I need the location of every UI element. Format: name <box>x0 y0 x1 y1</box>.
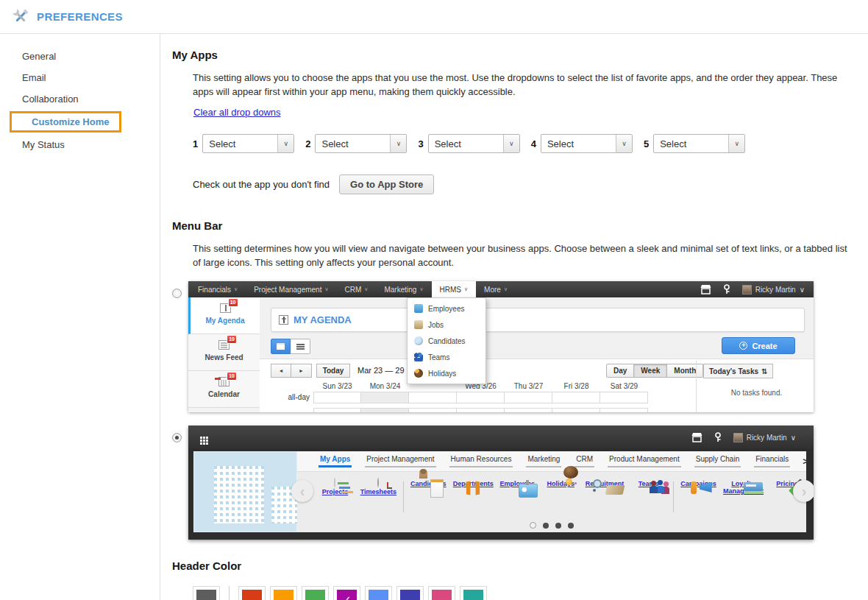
menu-item-hrms: HRMS∨ <box>432 281 477 297</box>
building-graphic <box>212 464 266 526</box>
preview-bar-right: Ricky Martin ∨ <box>700 284 814 294</box>
icon-tabs-style-preview[interactable]: Ricky Martin ∨ ‹ › <box>188 426 814 540</box>
preview-menu-bar: Financials∨ Project Management∨ CRM∨ Mar… <box>188 281 814 297</box>
key-icon <box>722 284 731 294</box>
hrms-menu-jobs: Jobs <box>408 317 485 333</box>
week-view-button: Week <box>634 364 667 378</box>
carousel-dot <box>568 523 574 529</box>
tab-my-apps: My Apps <box>312 455 358 467</box>
side-tab-my-agenda: 10 My Agenda <box>188 297 260 334</box>
menu-style-text-links-radio[interactable] <box>172 289 182 298</box>
chevron-down-icon: ∨ <box>419 286 423 292</box>
divider <box>229 586 230 600</box>
menu-style-option-icon-tabs: Ricky Martin ∨ ‹ › <box>172 426 853 540</box>
text-links-style-preview[interactable]: Financials∨ Project Management∨ CRM∨ Mar… <box>188 281 814 412</box>
month-view-button: Month <box>667 364 703 378</box>
badge: 10 <box>228 298 238 307</box>
clear-dropdowns-link[interactable]: Clear all drop downs <box>193 107 281 118</box>
view-switcher: Day Week Month <box>606 364 703 378</box>
agenda-view-toggle <box>271 339 310 354</box>
app-store-prompt: Check out the app you don't find <box>193 179 330 190</box>
list-view-button <box>291 339 310 354</box>
header-color-swatch-red[interactable] <box>238 586 266 600</box>
chevron-down-icon: ∨ <box>504 286 508 292</box>
app-employees: Employees <box>499 479 536 487</box>
no-tasks-text: No tasks found. <box>703 389 810 397</box>
my-apps-heading: My Apps <box>172 49 853 61</box>
user-name: Ricky Martin <box>755 286 796 294</box>
favorite-app-select-2[interactable]: Select ∨ <box>315 134 407 153</box>
todays-tasks-button: Today's Tasks ⇅ <box>703 364 773 378</box>
app-store-row: Check out the app you don't find Go to A… <box>193 174 853 194</box>
agenda-title-box: MY AGENDA <box>271 308 805 332</box>
preview-top-bar: Ricky Martin ∨ <box>188 426 814 449</box>
sidebar-item-collaboration[interactable]: Collaboration <box>0 88 160 110</box>
sidebar-item-my-status[interactable]: My Status <box>0 134 160 155</box>
tabs-overflow-arrow-icon: > <box>803 456 808 467</box>
agenda-title: MY AGENDA <box>294 314 352 325</box>
header-color-swatch-gray[interactable] <box>193 586 220 600</box>
jobs-icon <box>414 320 423 329</box>
menu-item-marketing: Marketing∨ <box>376 281 431 297</box>
tab-human-resources: Human Resources <box>443 455 520 467</box>
dropdown-number: 4 <box>531 138 536 149</box>
header-color-swatch-orange[interactable] <box>270 586 297 600</box>
app-icon-row: Projects Timesheets Candidates Departmen… <box>297 472 806 512</box>
app-loyalty-management: Loyalty Management <box>723 479 763 495</box>
chevron-down-icon: ∨ <box>464 286 468 292</box>
dropdown-number: 1 <box>193 138 198 149</box>
tab-supply-chain: Supply Chain <box>688 455 747 467</box>
menu-item-financials: Financials∨ <box>190 281 246 297</box>
header-color-swatch-magenta-selected[interactable]: ✓ <box>333 586 360 600</box>
carousel-dots <box>297 522 806 529</box>
day-view-button: Day <box>606 364 634 378</box>
sidebar-item-customize-home[interactable]: Customize Home <box>0 111 160 133</box>
preferences-sidebar: General Email Collaboration Customize Ho… <box>0 34 160 600</box>
header-color-swatch-indigo[interactable] <box>396 586 424 600</box>
chevron-down-icon: ∨ <box>728 135 744 152</box>
user-avatar <box>733 433 743 442</box>
hrms-dropdown-menu: Employees Jobs Candidates Teams Holidays <box>407 297 486 384</box>
badge: 10 <box>227 372 237 381</box>
chevron-down-icon: ∨ <box>616 135 632 152</box>
favorite-app-select-4[interactable]: Select ∨ <box>541 134 633 153</box>
chevron-down-icon: ∨ <box>234 286 238 292</box>
divider <box>696 361 697 412</box>
preferences-tools-icon <box>10 7 31 27</box>
carousel-dot <box>543 523 549 529</box>
sort-icon: ⇅ <box>761 367 767 375</box>
favorite-app-group-5: 5 Select ∨ <box>644 134 745 153</box>
next-week-button: ► <box>291 364 312 378</box>
header-color-swatch-green[interactable] <box>302 586 329 600</box>
sidebar-item-general[interactable]: General <box>0 46 160 67</box>
chevron-down-icon: ∨ <box>791 434 796 442</box>
header-color-swatch-blue[interactable] <box>365 586 392 600</box>
side-tab-calendar: 10 Calendar <box>188 371 260 408</box>
chevron-down-icon: ∨ <box>503 135 519 152</box>
header-color-section: Header Color ✓ <box>172 560 853 600</box>
app-teams: Teams <box>630 479 667 487</box>
go-to-app-store-button[interactable]: Go to App Store <box>339 174 434 194</box>
tab-marketing: Marketing <box>519 455 568 467</box>
app-timesheets: Timesheets <box>360 479 397 495</box>
header-color-swatch-pink[interactable] <box>428 586 455 600</box>
projects-icon <box>334 478 335 487</box>
favorite-app-select-3[interactable]: Select ∨ <box>428 134 520 153</box>
plus-icon: + <box>739 342 747 350</box>
menu-bar-heading: Menu Bar <box>172 219 853 232</box>
menu-bar-description: This setting determines how you will vie… <box>193 241 852 269</box>
sidebar-item-email[interactable]: Email <box>0 67 160 88</box>
app-candidates: Candidates <box>410 479 447 487</box>
page-title: PREFERENCES <box>37 10 123 23</box>
favorite-app-select-1[interactable]: Select ∨ <box>202 134 294 153</box>
my-apps-description: This setting allows you to choose the ap… <box>193 71 852 99</box>
hrms-menu-teams: Teams <box>408 349 485 365</box>
page-header: PREFERENCES <box>0 0 868 34</box>
favorite-app-select-5[interactable]: Select ∨ <box>653 134 745 153</box>
badge: 10 <box>227 335 237 344</box>
hrms-menu-employees: Employees <box>408 300 485 317</box>
app-campaigns: Campaigns <box>680 479 717 487</box>
chevron-down-icon: ∨ <box>277 135 294 152</box>
menu-style-icon-tabs-radio[interactable] <box>172 433 182 442</box>
header-color-swatch-teal[interactable] <box>460 586 487 600</box>
